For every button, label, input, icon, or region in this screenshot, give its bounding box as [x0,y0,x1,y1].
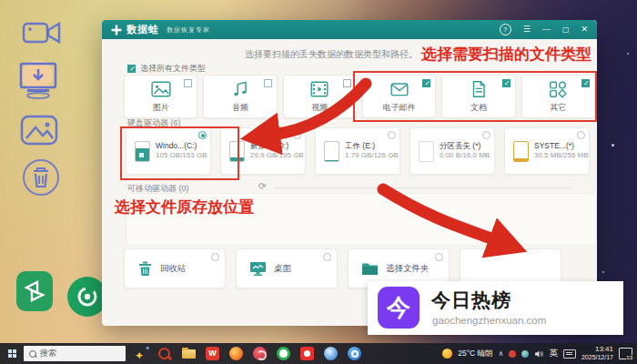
file-type-image[interactable]: 图片 [124,75,197,118]
star-decor [627,53,629,55]
weather-text[interactable]: 25°C 晴朗 [458,349,492,359]
recycle-bin-icon [137,260,153,277]
taskbar-clock[interactable]: 13:41 2025/12/17 [581,345,613,362]
blue-circle-app-icon[interactable] [348,347,361,360]
tray-expand-icon[interactable]: ∧ [499,349,504,358]
drive-d-radio[interactable] [293,131,301,139]
location-desktop[interactable]: 桌面 [236,248,338,288]
image-icon [151,80,171,98]
minimize-button[interactable]: — [542,25,551,34]
file-type-document[interactable]: 文档 [441,75,515,118]
drive-e[interactable]: 工作 (E:) 1.79 GB/126 GB [315,127,400,175]
email-checkbox[interactable] [422,79,430,87]
audio-icon [230,80,250,98]
video-recorder-icon[interactable] [22,20,62,49]
sparkle-glyph-small: ✦ [145,345,150,352]
taskbar-search[interactable]: 搜索 [24,346,126,361]
drive-e-radio[interactable] [388,131,396,139]
hot-list-title: 今日热榜 [431,288,511,313]
volume-icon[interactable] [534,349,543,359]
drive-icon [135,141,150,162]
touch-keyboard-icon[interactable] [563,349,576,359]
triangles-logo-icon [23,279,46,303]
drive-lost-radio[interactable] [482,131,490,139]
star-decor [612,144,614,147]
taskbar-apps: ✦ ✦ W [135,347,361,360]
drive-icon [324,141,339,162]
green-square-logo [16,271,53,311]
tray-globe-icon[interactable] [521,350,529,358]
email-icon [389,80,410,98]
monitor-download-icon [18,58,58,100]
help-button[interactable]: ? [500,24,511,35]
hot-list-badge-icon: 今 [378,287,420,329]
green-ring-app-icon[interactable] [277,347,290,360]
image-checkbox[interactable] [184,79,192,87]
system-tray: 25°C 晴朗 ∧ 英 13:41 2025/12/17 13 [442,345,637,362]
browser-swirl-icon[interactable] [253,347,267,360]
file-type-email[interactable]: 电子邮件 [362,75,436,118]
weather-sun-icon[interactable] [442,349,452,359]
video-checkbox[interactable] [343,79,351,87]
tray-red-icon[interactable] [509,350,516,358]
other-shapes-icon [548,80,568,98]
refresh-icon[interactable]: ⟳ [258,182,266,191]
drive-icon [229,141,245,162]
select-all-row[interactable]: 选择所有文件类型 [127,63,206,75]
globe-browser-icon[interactable] [324,347,338,360]
document-icon [469,80,489,98]
clock-time: 13:41 [595,345,613,354]
maximize-button[interactable]: ▢ [562,26,570,34]
wps-icon[interactable]: W [206,347,219,360]
recycle-trash-icon[interactable] [22,158,60,200]
app-title: 数据蛙 [126,23,159,36]
hot-list-card[interactable]: 今 今日热榜 gaochengzhenxuan.com [368,281,623,335]
recycle-bin-radio[interactable] [211,253,219,261]
green-suite-app-icon[interactable] [16,271,53,311]
annotation-middle-text: 选择文件原存放位置 [115,197,254,217]
sparkle-icon[interactable]: ✦ ✦ [135,347,148,360]
camera-icon [22,20,62,46]
firefox-icon[interactable] [229,347,243,360]
windows-logo-icon [8,349,16,358]
trash-icon [22,158,60,197]
drive-name: 工作 (E:) [345,141,399,151]
start-button[interactable] [0,349,24,358]
drive-d[interactable]: 新加卷 (D:) 29.9 GB/195 GB [220,127,306,175]
file-explorer-icon[interactable] [182,347,196,360]
drive-name: Windo...(C:) [156,141,207,151]
menu-button[interactable]: ☰ [523,25,531,34]
drive-system-radio[interactable] [577,131,585,139]
file-type-video[interactable]: 视频 [283,75,357,118]
location-recycle-bin[interactable]: 回收站 [124,248,226,288]
input-language-indicator[interactable]: 英 [549,348,558,359]
choose-folder-radio[interactable] [435,253,443,261]
location-label: 回收站 [160,263,187,275]
file-type-label: 其它 [522,102,594,114]
search-app-icon[interactable] [158,347,172,360]
audio-checkbox[interactable] [264,79,272,87]
notification-center-icon[interactable]: 13 [619,348,632,359]
notification-count: 13 [626,355,632,360]
drive-c-radio[interactable] [198,131,207,139]
file-type-label: 图片 [125,102,197,114]
red-app-icon[interactable] [300,347,314,360]
select-all-checkbox[interactable] [127,65,136,73]
file-type-label: 文档 [442,102,514,114]
drive-lost-partition[interactable]: 分区丢失 (*) 0.00 B/16.0 MB [410,127,495,175]
screen-download-icon[interactable] [18,58,58,100]
location-label: 选择文件夹 [386,263,430,275]
drive-icon [419,141,434,162]
desktop-radio[interactable] [323,253,331,261]
file-type-other[interactable]: 其它 [521,75,595,118]
drive-system[interactable]: SYSTE...(*) 30.5 MB/256 MB [504,127,590,175]
titlebar[interactable]: 数据蛙 数据恢复专家 ? ☰ — ▢ ✕ [102,20,597,39]
other-checkbox[interactable] [581,79,590,87]
app-window: 数据蛙 数据恢复专家 ? ☰ — ▢ ✕ 选择要扫描的丢失数据的数据类型和路径。… [102,20,597,326]
file-type-audio[interactable]: 音频 [203,75,277,118]
drive-c[interactable]: Windo...(C:) 105 GB/153 GB [126,127,211,175]
desktop-icon [249,260,267,277]
close-button[interactable]: ✕ [581,25,588,34]
image-viewer-icon[interactable] [20,115,58,149]
document-checkbox[interactable] [502,79,511,87]
